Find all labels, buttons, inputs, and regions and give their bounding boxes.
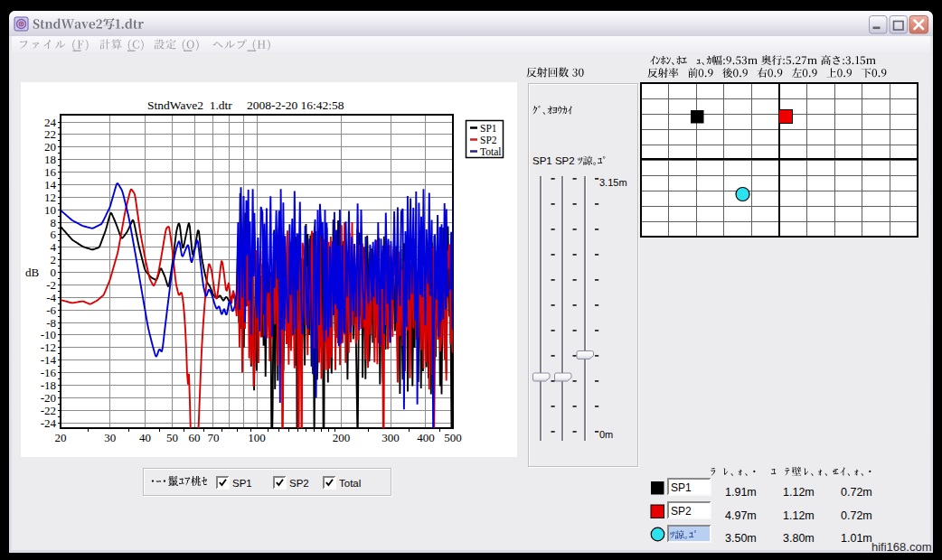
svg-text:10: 10 [44,203,56,217]
svg-text:-12: -12 [41,341,56,354]
svg-text:1.91m: 1.91m [725,486,757,499]
svg-text:SP1: SP1 [671,481,692,494]
svg-text:4.97m: 4.97m [725,509,757,522]
svg-text:50: 50 [166,431,178,444]
svg-text:-20: -20 [41,391,56,405]
svg-text:6: 6 [51,228,57,241]
svg-text:40: 40 [139,431,151,444]
svg-text:16: 16 [44,165,57,179]
svg-text:SP1: SP1 [480,123,497,134]
svg-text:22: 22 [44,127,56,141]
svg-text:0: 0 [51,266,57,279]
svg-text:1.12m: 1.12m [783,486,815,499]
svg-text:-16: -16 [41,366,57,379]
svg-text:100: 100 [248,431,266,444]
svg-text:4: 4 [51,240,57,254]
svg-text:14: 14 [44,178,57,191]
svg-text:2: 2 [51,253,57,266]
svg-text:60: 60 [189,431,201,444]
svg-text:dB: dB [25,266,40,279]
svg-text:500: 500 [444,431,462,444]
svg-text:200: 200 [333,431,351,444]
svg-text:SP1 SP2: SP1 SP2 [532,155,575,166]
svg-text:2008-2-20 16:42:58: 2008-2-20 16:42:58 [247,98,344,112]
svg-text:SP2: SP2 [480,135,497,145]
svg-text:SP2: SP2 [671,505,692,518]
svg-text:Total: Total [480,146,501,157]
svg-text:3.80m: 3.80m [783,532,815,545]
svg-text:-6: -6 [46,303,56,317]
svg-text:SP2: SP2 [289,478,309,489]
svg-text:-24: -24 [41,416,57,430]
svg-text:24: 24 [44,116,57,129]
svg-text:0m: 0m [599,429,613,440]
svg-text:-18: -18 [41,378,56,392]
svg-text:12: 12 [44,191,56,204]
svg-text:0.72m: 0.72m [841,509,872,522]
svg-text:400: 400 [417,431,435,444]
svg-text:1.12m: 1.12m [783,509,815,522]
svg-text:-22: -22 [41,404,56,417]
svg-text:-2: -2 [46,278,56,292]
svg-text:StndWave2 1.dtr: StndWave2 1.dtr [147,98,232,112]
svg-text:20: 20 [55,431,67,444]
svg-text:1.01m: 1.01m [841,532,872,545]
svg-text:3.15m: 3.15m [599,177,627,188]
svg-text:30: 30 [104,431,116,444]
svg-text:0.72m: 0.72m [841,486,872,499]
svg-text:hifi168.com: hifi168.com [871,540,931,554]
svg-text:-10: -10 [41,328,56,341]
svg-text:-8: -8 [46,316,56,330]
svg-text:18: 18 [44,153,56,166]
svg-text:-14: -14 [41,353,57,367]
svg-text:8: 8 [51,216,57,229]
svg-text:3.50m: 3.50m [725,532,757,545]
svg-text:-4: -4 [46,291,56,304]
svg-text:SP1: SP1 [232,478,252,489]
svg-text:70: 70 [207,431,219,444]
svg-text:300: 300 [382,431,400,444]
svg-text:20: 20 [44,140,56,154]
svg-text:Total: Total [339,478,361,489]
